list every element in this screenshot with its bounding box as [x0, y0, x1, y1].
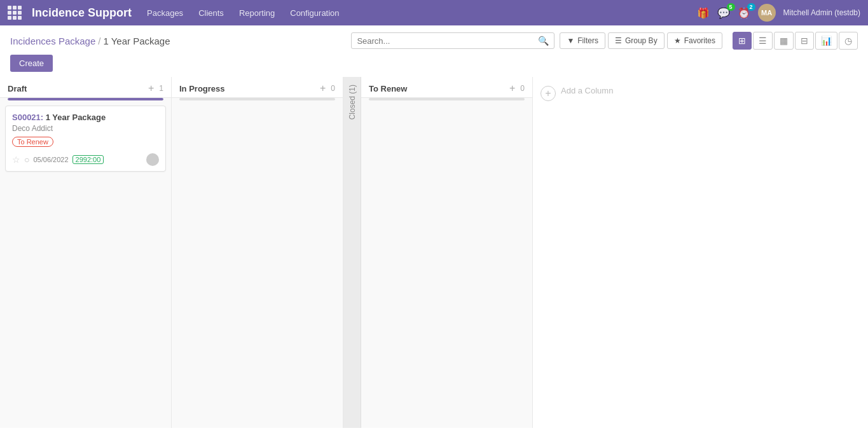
app-grid-icon[interactable] [8, 6, 22, 20]
nav-configuration[interactable]: Configuration [290, 8, 339, 18]
activity-icon-btn[interactable]: ⏰ 2 [738, 7, 750, 19]
kanban-view-btn[interactable]: ⊞ [733, 32, 752, 50]
nav-links: Packages Clients Reporting Configuration [147, 8, 687, 18]
graph-view-btn[interactable]: 📊 [815, 32, 837, 50]
breadcrumb-parent[interactable]: Incidences Package [10, 36, 95, 46]
column-to-renew-actions: + 0 [509, 83, 525, 93]
column-draft-header: Draft + 1 [0, 77, 171, 98]
card-subtitle: Deco Addict [12, 124, 159, 133]
column-draft: Draft + 1 S00021: 1 Year Package Deco Ad… [0, 77, 172, 428]
list-view-btn[interactable]: ☰ [753, 32, 773, 50]
table-row[interactable]: S00021: 1 Year Package Deco Addict To Re… [5, 106, 166, 172]
nav-packages[interactable]: Packages [147, 8, 183, 18]
card-title: S00021: 1 Year Package [12, 113, 159, 122]
chat-badge: 5 [727, 3, 735, 11]
column-in-progress-header: In Progress + 0 [172, 77, 343, 98]
column-to-renew: To Renew + 0 [361, 77, 533, 428]
kanban-board: Draft + 1 S00021: 1 Year Package Deco Ad… [0, 77, 868, 428]
group-by-icon: ☰ [615, 36, 622, 45]
add-column-label: Add a Column [561, 86, 613, 95]
column-in-progress-add-btn[interactable]: + [320, 83, 326, 93]
status-circle-icon[interactable]: ○ [24, 155, 29, 165]
card-title-main: 1 Year Package [46, 113, 106, 122]
column-in-progress-body [172, 100, 343, 428]
column-to-renew-body [361, 100, 532, 428]
nav-reporting[interactable]: Reporting [239, 8, 275, 18]
column-draft-actions: + 1 [148, 83, 163, 93]
column-draft-title: Draft [8, 84, 27, 93]
add-column-plus-icon: + [541, 86, 556, 101]
search-and-controls: 🔍 ▼ Filters ☰ Group By ★ Favorites ⊞ ☰ [351, 32, 858, 50]
activity-badge: 2 [747, 3, 755, 11]
filter-buttons: ▼ Filters ☰ Group By ★ Favorites [560, 32, 722, 49]
group-by-button[interactable]: ☰ Group By [608, 32, 665, 49]
search-input[interactable] [357, 36, 538, 46]
card-amount: 2992:00 [72, 155, 104, 164]
group-by-label: Group By [625, 36, 658, 45]
column-to-renew-count: 0 [520, 84, 525, 93]
app-title: Incidence Support [32, 6, 132, 20]
card-date: 05/06/2022 [33, 156, 68, 163]
breadcrumb-separator: / [98, 36, 100, 46]
top-bar: Incidences Package / 1 Year Package 🔍 ▼ … [0, 25, 868, 50]
chat-icon-btn[interactable]: 💬 5 [717, 7, 730, 19]
calendar-view-btn[interactable]: ▦ [774, 32, 794, 50]
filters-button[interactable]: ▼ Filters [560, 32, 605, 49]
action-row: Create [0, 50, 868, 77]
search-icon[interactable]: 🔍 [538, 36, 549, 46]
gift-icon-btn[interactable]: 🎁 [697, 7, 710, 19]
add-column-btn[interactable]: + Add a Column [533, 77, 660, 428]
filters-label: Filters [577, 36, 598, 45]
pivot-view-btn[interactable]: ⊟ [795, 32, 814, 50]
main-content: Incidences Package / 1 Year Package 🔍 ▼ … [0, 25, 868, 440]
column-in-progress-title: In Progress [179, 84, 225, 93]
filter-icon: ▼ [567, 36, 574, 45]
column-to-renew-add-btn[interactable]: + [509, 83, 515, 93]
column-draft-add-btn[interactable]: + [148, 83, 154, 93]
column-in-progress: In Progress + 0 [172, 77, 343, 428]
nav-clients[interactable]: Clients [198, 8, 224, 18]
column-closed-label: Closed (1) [348, 85, 357, 120]
avatar [146, 153, 159, 166]
star-icon[interactable]: ☆ [12, 155, 20, 165]
search-box[interactable]: 🔍 [351, 32, 555, 49]
card-title-prefix: S00021: [12, 113, 46, 122]
favorites-button[interactable]: ★ Favorites [667, 32, 722, 49]
breadcrumb: Incidences Package / 1 Year Package [10, 36, 170, 46]
column-in-progress-count: 0 [331, 84, 335, 93]
top-navigation: Incidence Support Packages Clients Repor… [0, 0, 868, 25]
column-closed[interactable]: Closed (1) [343, 77, 361, 428]
column-to-renew-header: To Renew + 0 [361, 77, 532, 98]
breadcrumb-current: 1 Year Package [103, 36, 170, 46]
card-footer: ☆ ○ 05/06/2022 2992:00 [12, 153, 159, 166]
activity-view-btn[interactable]: ◷ [839, 32, 858, 50]
user-label[interactable]: Mitchell Admin (testdb) [783, 8, 860, 17]
user-avatar[interactable]: MA [758, 4, 776, 22]
column-in-progress-actions: + 0 [320, 83, 335, 93]
column-draft-count: 1 [159, 84, 163, 93]
star-icon: ★ [674, 36, 681, 45]
column-draft-body: S00021: 1 Year Package Deco Addict To Re… [0, 100, 171, 428]
card-tag: To Renew [12, 137, 53, 147]
topbar-actions: 🎁 💬 5 ⏰ 2 MA Mitchell Admin (testdb) [697, 4, 860, 22]
favorites-label: Favorites [684, 36, 715, 45]
create-button[interactable]: Create [10, 55, 53, 72]
view-icons: ⊞ ☰ ▦ ⊟ 📊 ◷ [733, 32, 858, 50]
column-to-renew-title: To Renew [369, 84, 407, 93]
